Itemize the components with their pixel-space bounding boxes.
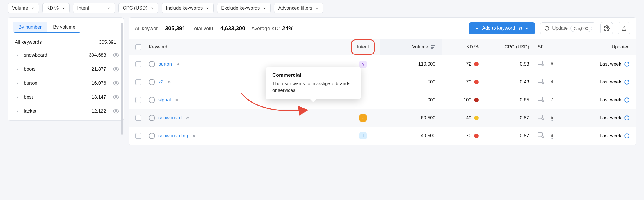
serp-preview-icon[interactable] [538, 61, 544, 67]
svg-line-17 [543, 83, 544, 84]
seg-by-volume[interactable]: By volume [47, 22, 81, 32]
add-keyword-icon[interactable] [149, 79, 155, 85]
sf-count[interactable]: 8 [551, 133, 553, 139]
row-checkbox[interactable] [129, 79, 148, 85]
double-chevron-icon[interactable] [175, 62, 180, 66]
eye-icon[interactable] [113, 52, 119, 58]
col-sf[interactable]: SF [535, 44, 571, 50]
filter-label: Exclude keywords [221, 5, 260, 11]
filter-include[interactable]: Include keywords [162, 3, 214, 13]
chevron-down-icon [150, 6, 154, 10]
sidebar-scrollbar[interactable] [121, 23, 123, 135]
volume-cell: 000 [380, 91, 442, 109]
keyword-link[interactable]: snowboarding [158, 133, 188, 139]
intent-badge[interactable]: I [359, 132, 367, 139]
volume-cell: 110,000 [380, 55, 442, 73]
gear-icon [604, 25, 610, 31]
sidebar-item[interactable]: jacket 12,122 [8, 104, 124, 118]
results-panel: All keywor… 305,391 Total volu… 4,633,30… [129, 17, 636, 145]
row-checkbox[interactable] [129, 133, 148, 139]
double-chevron-icon[interactable] [174, 98, 179, 102]
cpc-cell: 0.43 [484, 79, 535, 85]
volume-cell: 49,500 [380, 127, 442, 145]
sf-count[interactable]: 4 [551, 79, 553, 85]
filter-exclude[interactable]: Exclude keywords [217, 3, 271, 13]
eye-icon[interactable] [113, 94, 119, 100]
col-keyword[interactable]: Keyword [148, 44, 346, 50]
seg-by-number[interactable]: By number [13, 22, 47, 32]
sf-count[interactable]: 6 [551, 61, 553, 67]
difficulty-dot-icon [474, 134, 479, 138]
col-intent[interactable]: Intent [346, 39, 380, 55]
eye-icon[interactable] [113, 80, 119, 86]
add-to-keyword-list-button[interactable]: Add to keyword list [469, 22, 535, 34]
select-all[interactable] [129, 44, 148, 50]
filter-kd[interactable]: KD % [42, 3, 70, 13]
sidebar-item[interactable]: best 13,147 [8, 90, 124, 104]
settings-button[interactable] [600, 22, 613, 34]
row-checkbox[interactable] [129, 97, 148, 103]
sidebar: By number By volume All keywords 305,391… [8, 17, 124, 121]
sidebar-item[interactable]: boots 21,877 [8, 62, 124, 76]
filter-advanced[interactable]: Advanced filters [274, 3, 323, 13]
filter-intent[interactable]: Intent [73, 3, 115, 13]
chevron-down-icon [525, 26, 529, 30]
serp-preview-icon[interactable] [538, 115, 544, 121]
refresh-icon [544, 26, 549, 31]
export-button[interactable] [618, 22, 630, 34]
checkbox-icon [135, 61, 141, 67]
double-chevron-icon[interactable] [191, 134, 197, 138]
all-keywords-label: All keywor… [135, 26, 163, 32]
keyword-link[interactable]: burton [158, 61, 172, 67]
table-row: k2 500 70 0.43 | 4 Last week [129, 73, 636, 91]
update-button[interactable]: Update 2/5,000 [540, 22, 595, 34]
serp-preview-icon[interactable] [538, 132, 544, 139]
add-keyword-icon[interactable] [149, 133, 155, 139]
col-volume[interactable]: Volume [380, 39, 442, 55]
sidebar-item-count: 13,147 [84, 94, 106, 100]
sidebar-item-label: boots [24, 66, 80, 72]
filter-label: Advanced filters [278, 5, 312, 11]
intent-badge[interactable]: N [359, 61, 367, 68]
double-chevron-icon[interactable] [167, 80, 172, 84]
col-kd[interactable]: KD % [442, 44, 484, 50]
add-keyword-icon[interactable] [149, 61, 155, 67]
sidebar-item-count: 21,877 [84, 66, 106, 72]
col-updated[interactable]: Updated [571, 44, 636, 50]
sf-count[interactable]: 7 [551, 97, 553, 103]
refresh-row-icon[interactable] [624, 115, 630, 121]
add-keyword-icon[interactable] [149, 97, 155, 103]
svg-line-26 [543, 137, 544, 138]
chevron-right-icon [15, 53, 20, 57]
sidebar-item[interactable]: snowboard 304,683 [8, 48, 124, 62]
sf-count[interactable]: 5 [551, 115, 553, 121]
keyword-link[interactable]: k2 [158, 79, 163, 85]
refresh-row-icon[interactable] [624, 97, 630, 103]
refresh-row-icon[interactable] [624, 133, 630, 139]
keyword-link[interactable]: snowboard [158, 115, 182, 121]
eye-icon[interactable] [113, 108, 119, 114]
sidebar-item[interactable]: burton 16,076 [8, 76, 124, 90]
refresh-row-icon[interactable] [624, 61, 630, 67]
eye-icon[interactable] [113, 66, 119, 72]
kd-cell: 49 [442, 115, 479, 121]
intent-header-highlight: Intent [351, 39, 375, 55]
sidebar-item-label: snowboard [24, 52, 80, 58]
serp-preview-icon[interactable] [538, 97, 544, 103]
updated-text: Last week [600, 115, 621, 121]
filter-cpc[interactable]: CPC (USD) [118, 3, 158, 13]
refresh-row-icon[interactable] [624, 79, 630, 85]
row-checkbox[interactable] [129, 61, 148, 67]
double-chevron-icon[interactable] [185, 116, 190, 120]
col-cpc[interactable]: CPC (USD) [484, 44, 535, 50]
intent-badge[interactable]: C [359, 114, 367, 122]
row-checkbox[interactable] [129, 115, 148, 121]
filter-volume[interactable]: Volume [8, 3, 39, 13]
serp-preview-icon[interactable] [538, 79, 544, 85]
svg-point-4 [115, 110, 117, 112]
checkbox-icon [135, 115, 141, 121]
keyword-link[interactable]: signal [158, 97, 171, 103]
add-keyword-icon[interactable] [149, 115, 155, 121]
panel-toolbar: All keywor… 305,391 Total volu… 4,633,30… [129, 18, 636, 39]
update-label: Update [552, 25, 568, 31]
